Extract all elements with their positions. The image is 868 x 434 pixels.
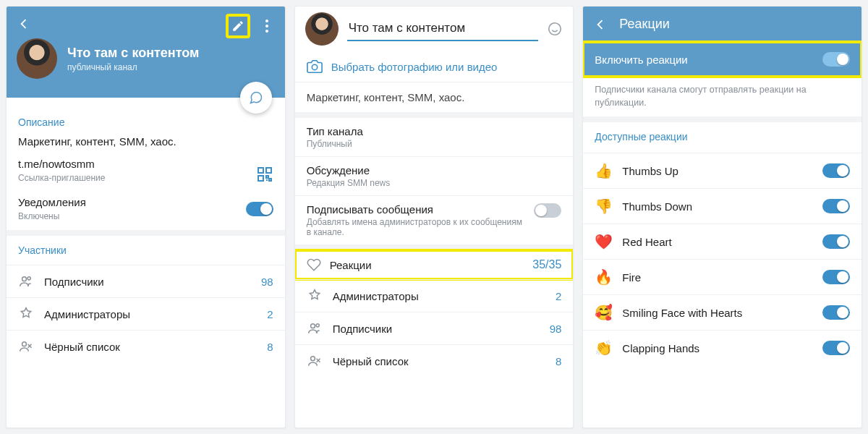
channel-subtitle: публичный канал xyxy=(67,62,199,72)
reaction-label: Thumbs Up xyxy=(622,165,812,177)
admin-row[interactable]: Подписчики 98 xyxy=(295,312,574,344)
svg-rect-3 xyxy=(258,168,263,173)
reaction-row[interactable]: 👎 Thumbs Down xyxy=(583,188,861,224)
svg-rect-4 xyxy=(266,168,271,173)
row-label: Чёрный список xyxy=(44,341,257,353)
enable-hint: Подписчики канала смогут отправлять реак… xyxy=(583,77,861,122)
channel-avatar[interactable] xyxy=(305,12,339,46)
reactions-row[interactable]: Реакции 35/35 xyxy=(295,250,574,279)
section-header: Участники xyxy=(7,236,285,258)
row-value: Публичный xyxy=(307,139,562,149)
reaction-label: Thumbs Down xyxy=(622,200,812,213)
row-value: 8 xyxy=(267,341,273,353)
pick-photo-label: Выбрать фотографию или видео xyxy=(331,61,498,73)
notifications-label: Уведомления xyxy=(18,196,239,208)
reaction-label: Clapping Hands xyxy=(622,342,812,354)
more-button[interactable] xyxy=(255,14,279,38)
reaction-toggle[interactable] xyxy=(822,199,850,213)
row-hint: Добавлять имена администраторов к их соо… xyxy=(307,217,526,237)
admin-row[interactable]: Администраторы 2 xyxy=(295,279,574,312)
row-label: Подписывать сообщения xyxy=(307,203,526,216)
channel-type-row[interactable]: Тип канала Публичный xyxy=(295,118,574,156)
channel-name: Что там с контентом xyxy=(67,46,199,61)
row-value: 35/35 xyxy=(532,258,561,271)
reaction-row[interactable]: 🔥 Fire xyxy=(583,259,861,294)
reaction-toggle[interactable] xyxy=(822,270,850,284)
sign-toggle[interactable] xyxy=(534,203,561,218)
reaction-emoji: ❤️ xyxy=(595,233,612,250)
row-icon xyxy=(18,307,34,321)
enable-reactions-row[interactable]: Включить реакции xyxy=(583,42,861,77)
reaction-toggle[interactable] xyxy=(822,234,850,249)
reaction-row[interactable]: 👍 Thumbs Up xyxy=(583,153,861,188)
row-value: 8 xyxy=(556,355,561,367)
qr-button[interactable] xyxy=(256,166,273,183)
enable-toggle[interactable] xyxy=(822,52,850,67)
reaction-row[interactable]: 👏 Clapping Hands xyxy=(583,330,861,365)
row-label: Администраторы xyxy=(44,308,257,320)
svg-point-8 xyxy=(22,342,27,346)
heart-icon xyxy=(307,258,321,272)
reactions-header: Реакции xyxy=(583,7,861,42)
channel-header: Что там с контентом публичный канал xyxy=(7,7,285,98)
svg-point-7 xyxy=(27,277,30,280)
member-row[interactable]: Администраторы 2 xyxy=(7,297,285,330)
svg-point-6 xyxy=(22,277,27,281)
svg-rect-5 xyxy=(258,176,263,181)
edit-button[interactable] xyxy=(226,14,250,38)
row-value: 98 xyxy=(550,323,562,335)
svg-point-2 xyxy=(265,30,268,33)
svg-point-12 xyxy=(312,64,317,69)
member-row[interactable]: Чёрный список 8 xyxy=(7,330,285,362)
reactions-pane: Реакции Включить реакции Подписчики кана… xyxy=(582,6,862,428)
description-text[interactable]: Маркетинг, контент, SMM, хаос. xyxy=(295,82,574,118)
back-button[interactable] xyxy=(17,17,31,31)
row-label: Администраторы xyxy=(333,290,545,302)
description-text: Маркетинг, контент, SMM, хаос. xyxy=(18,135,273,148)
reaction-emoji: 🔥 xyxy=(595,268,612,286)
row-icon xyxy=(307,354,323,368)
svg-point-0 xyxy=(265,20,268,22)
invite-link[interactable]: t.me/nowtosmm xyxy=(18,158,249,170)
row-icon xyxy=(18,339,34,354)
row-label: Тип канала xyxy=(307,125,562,137)
row-icon xyxy=(307,321,323,336)
pick-photo-row[interactable]: Выбрать фотографию или видео xyxy=(295,51,574,82)
row-value: 2 xyxy=(267,308,273,320)
reaction-emoji: 👍 xyxy=(595,162,612,179)
row-value: 2 xyxy=(556,290,561,302)
reaction-toggle[interactable] xyxy=(822,341,850,355)
notifications-toggle[interactable] xyxy=(246,202,273,216)
members-section: Участники Подписчики 98 Администраторы 2… xyxy=(7,236,285,362)
reaction-emoji: 👎 xyxy=(595,197,612,215)
reaction-row[interactable]: 🥰 Smiling Face with Hearts xyxy=(583,294,861,330)
name-row xyxy=(295,7,574,51)
message-fab[interactable] xyxy=(240,82,272,114)
channel-name-input[interactable] xyxy=(347,17,539,41)
emoji-icon[interactable] xyxy=(547,21,563,37)
member-row[interactable]: Подписчики 98 xyxy=(7,265,285,297)
channel-avatar[interactable] xyxy=(17,38,57,79)
row-value: Редакция SMM news xyxy=(307,178,562,188)
discussion-row[interactable]: Обсуждение Редакция SMM news xyxy=(295,156,574,195)
description-section: Описание Маркетинг, контент, SMM, хаос. … xyxy=(7,98,285,236)
reaction-row[interactable]: ❤️ Red Heart xyxy=(583,224,861,259)
row-label: Подписчики xyxy=(44,276,251,288)
svg-point-14 xyxy=(316,324,319,327)
row-icon xyxy=(18,274,34,289)
admin-row[interactable]: Чёрный список 8 xyxy=(295,344,574,377)
row-label: Чёрный список xyxy=(333,355,545,367)
sign-messages-row[interactable]: Подписывать сообщения Добавлять имена ад… xyxy=(295,195,574,244)
channel-edit-pane: Выбрать фотографию или видео Маркетинг, … xyxy=(294,6,574,428)
svg-point-13 xyxy=(310,324,315,328)
reaction-toggle[interactable] xyxy=(822,305,850,320)
back-button[interactable] xyxy=(593,17,608,32)
reaction-toggle[interactable] xyxy=(822,163,850,178)
row-label: Подписчики xyxy=(333,323,540,335)
camera-icon xyxy=(307,59,323,75)
row-label: Реакции xyxy=(330,259,524,271)
notifications-state: Включены xyxy=(18,211,239,221)
section-header: Доступные реакции xyxy=(583,122,861,145)
channel-info-pane: Что там с контентом публичный канал Опис… xyxy=(6,6,286,428)
enable-label: Включить реакции xyxy=(595,54,687,66)
